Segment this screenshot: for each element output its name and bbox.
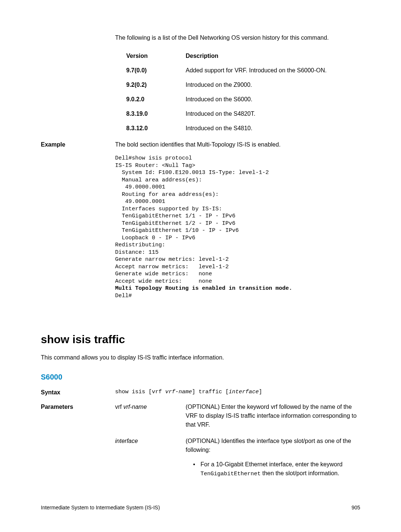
code-line: Distance: 115: [115, 249, 159, 256]
code-line: Generate wide metrics: none: [115, 271, 212, 277]
param-desc: (OPTIONAL) Identifies the interface type…: [186, 437, 360, 482]
code-line: Interfaces supported by IS-IS:: [115, 206, 222, 212]
intro-text: The following is a list of the Dell Netw…: [115, 33, 360, 42]
param-desc-text: (OPTIONAL) Identifies the interface type…: [186, 438, 351, 453]
param-name-text: vrf: [115, 404, 123, 410]
syntax-text: ]: [259, 389, 262, 395]
code-line: Accept narrow metrics: level-1-2: [115, 264, 229, 270]
syntax-section: Syntax show isis [vrf vrf-name] traffic …: [41, 388, 360, 397]
version-cell: 9.7(0.0): [126, 66, 186, 75]
version-row: 8.3.19.0 Introduced on the S4820T.: [126, 109, 360, 118]
version-cell: 9.0.2.0: [126, 95, 186, 104]
version-row: 9.7(0.0) Added support for VRF. Introduc…: [126, 66, 360, 75]
version-cell: 8.3.12.0: [126, 124, 186, 133]
version-cell: 9.2(0.2): [126, 81, 186, 89]
code-line: System Id: F100.E120.0013 IS-Type: level…: [115, 170, 269, 176]
bullet-text: For a 10-Gigabit Ethernet interface, ent…: [200, 460, 360, 479]
code-line: Loopback 0 - IP - IPv6: [115, 235, 195, 241]
section-title: show isis traffic: [41, 331, 360, 348]
version-header-col2: Description: [186, 52, 360, 60]
code-line-bold: Multi Topology Routing is enabled in tra…: [115, 285, 292, 292]
version-header-row: Version Description: [126, 52, 360, 60]
code-line: Dell#: [115, 293, 132, 299]
param-name-italic: vrf-name: [123, 404, 147, 410]
version-desc: Introduced on the S4820T.: [186, 109, 360, 118]
bullet-list: • For a 10-Gigabit Ethernet interface, e…: [193, 460, 360, 479]
section-desc: This command allows you to display IS-IS…: [41, 353, 360, 362]
param-name: vrf vrf-name: [115, 403, 186, 429]
syntax-vrf-name: vrf-name: [165, 389, 192, 395]
version-cell: 8.3.19.0: [126, 109, 186, 118]
version-desc: Introduced on the Z9000.: [186, 81, 360, 89]
bullet-post: then the slot/port information.: [261, 470, 339, 476]
footer-left: Intermediate System to Intermediate Syst…: [41, 504, 160, 512]
version-row: 9.0.2.0 Introduced on the S6000.: [126, 95, 360, 104]
bullet-pre: For a 10-Gigabit Ethernet interface, ent…: [200, 461, 342, 467]
page-footer: Intermediate System to Intermediate Syst…: [41, 504, 360, 512]
version-desc: Added support for VRF. Introduced on the…: [186, 66, 360, 75]
param-row: interface (OPTIONAL) Identifies the inte…: [115, 437, 360, 482]
version-header-col1: Version: [126, 52, 186, 60]
param-name: interface: [115, 437, 186, 482]
code-line: TenGigabitEthernet 1/10 - IP - IPv6: [115, 227, 239, 234]
code-line: Redistributing:: [115, 242, 165, 248]
syntax-label: Syntax: [41, 388, 115, 397]
code-line: TenGigabitEthernet 1/2 - IP - IPv6: [115, 220, 235, 227]
code-line: TenGigabitEthernet 1/1 - IP - IPv6: [115, 213, 235, 219]
syntax-interface: interface: [229, 389, 259, 395]
param-row: vrf vrf-name (OPTIONAL) Enter the keywor…: [115, 403, 360, 429]
subsection-heading: S6000: [41, 371, 360, 382]
syntax-command: show isis [vrf vrf-name] traffic [interf…: [115, 388, 360, 397]
parameters-section: Parameters vrf vrf-name (OPTIONAL) Enter…: [41, 403, 360, 489]
example-intro: The bold section identifies that Multi-T…: [115, 140, 360, 149]
code-line: 49.0000.0001: [115, 184, 165, 190]
code-line: Routing for area address(es):: [115, 191, 219, 198]
code-line: Manual area address(es):: [115, 177, 202, 183]
footer-page-number: 905: [352, 504, 360, 512]
code-line: IS-IS Router: <Null Tag>: [115, 162, 195, 169]
version-row: 9.2(0.2) Introduced on the Z9000.: [126, 81, 360, 89]
code-line: 49.0000.0001: [115, 198, 165, 205]
version-row: 8.3.12.0 Introduced on the S4810.: [126, 124, 360, 133]
syntax-text: show isis [vrf: [115, 389, 165, 395]
bullet-marker-icon: •: [193, 460, 200, 479]
syntax-text: ] traffic [: [192, 389, 229, 395]
parameters-label: Parameters: [41, 403, 115, 489]
code-line: Dell#show isis protocol: [115, 155, 192, 161]
param-desc: (OPTIONAL) Enter the keyword vrf followe…: [186, 403, 360, 429]
version-table: Version Description 9.7(0.0) Added suppo…: [126, 52, 360, 133]
bullet-item: • For a 10-Gigabit Ethernet interface, e…: [193, 460, 360, 479]
example-section: Example The bold section identifies that…: [41, 140, 360, 149]
code-line: Generate narrow metrics: level-1-2: [115, 256, 229, 263]
code-block: Dell#show isis protocol IS-IS Router: <N…: [115, 155, 360, 299]
version-desc: Introduced on the S6000.: [186, 95, 360, 104]
example-label: Example: [41, 140, 115, 149]
version-desc: Introduced on the S4810.: [186, 124, 360, 133]
bullet-code: TenGigabitEthernet: [200, 471, 261, 477]
code-line: Accept wide metrics: none: [115, 278, 212, 285]
